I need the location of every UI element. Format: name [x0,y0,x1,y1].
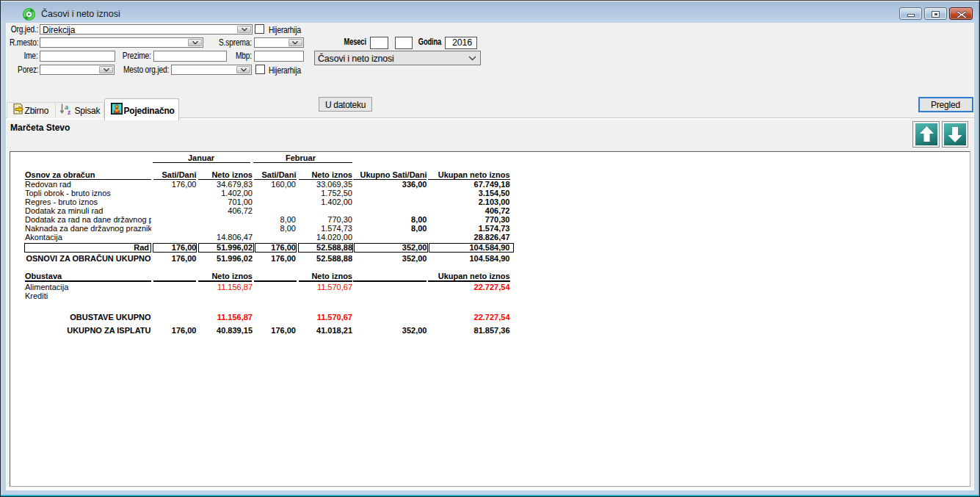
svg-text:z: z [68,108,71,115]
